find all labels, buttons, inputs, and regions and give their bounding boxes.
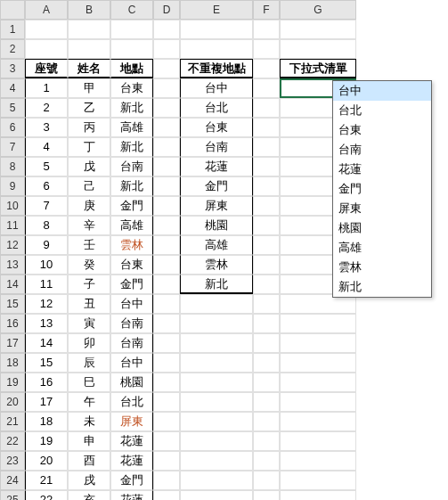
row-header-17[interactable]: 17: [0, 333, 25, 353]
cell-A1[interactable]: [25, 20, 68, 39]
cell-C19[interactable]: 桃園: [110, 373, 153, 392]
row-header-23[interactable]: 23: [0, 451, 25, 471]
cell-C12[interactable]: 雲林: [110, 235, 153, 255]
cell-G24[interactable]: [280, 471, 356, 490]
cell-E24[interactable]: [180, 471, 253, 490]
cell-G25[interactable]: [280, 490, 356, 500]
dropdown-item[interactable]: 屏東: [333, 199, 431, 218]
cell-E5[interactable]: 台北: [180, 98, 253, 118]
dropdown-item[interactable]: 桃園: [333, 218, 431, 238]
cell-B3[interactable]: 姓名: [68, 59, 110, 78]
cell-B7[interactable]: 丁: [68, 137, 110, 157]
cell-F8[interactable]: [253, 157, 280, 176]
cell-F19[interactable]: [253, 373, 280, 392]
row-header-15[interactable]: 15: [0, 294, 25, 314]
cell-E1[interactable]: [180, 20, 253, 39]
cell-F20[interactable]: [253, 392, 280, 412]
cell-D7[interactable]: [153, 137, 180, 157]
cell-G1[interactable]: [280, 20, 356, 39]
cell-A10[interactable]: 7: [25, 196, 68, 216]
row-header-18[interactable]: 18: [0, 353, 25, 373]
cell-A18[interactable]: 15: [25, 353, 68, 373]
cell-A23[interactable]: 20: [25, 451, 68, 471]
cell-D24[interactable]: [153, 471, 180, 490]
cell-C3[interactable]: 地點: [110, 59, 153, 78]
cell-E17[interactable]: [180, 333, 253, 353]
cell-B14[interactable]: 子: [68, 275, 110, 294]
dropdown-list[interactable]: 台中台北台東台南花蓮金門屏東桃園高雄雲林新北: [332, 80, 432, 298]
cell-G19[interactable]: [280, 373, 356, 392]
dropdown-item[interactable]: 台南: [333, 140, 431, 160]
cell-A25[interactable]: 22: [25, 490, 68, 500]
cell-F18[interactable]: [253, 353, 280, 373]
cell-E7[interactable]: 台南: [180, 137, 253, 157]
cell-E6[interactable]: 台東: [180, 118, 253, 137]
cell-A14[interactable]: 11: [25, 275, 68, 294]
row-header-3[interactable]: 3: [0, 59, 25, 78]
dropdown-item[interactable]: 新北: [333, 277, 431, 297]
cell-C24[interactable]: 金門: [110, 471, 153, 490]
cell-D17[interactable]: [153, 333, 180, 353]
row-header-2[interactable]: 2: [0, 39, 25, 59]
cell-C22[interactable]: 花蓮: [110, 431, 153, 451]
cell-D20[interactable]: [153, 392, 180, 412]
row-header-1[interactable]: 1: [0, 20, 25, 39]
cell-B12[interactable]: 壬: [68, 235, 110, 255]
cell-F1[interactable]: [253, 20, 280, 39]
cell-F9[interactable]: [253, 176, 280, 196]
cell-F16[interactable]: [253, 314, 280, 333]
cell-D15[interactable]: [153, 294, 180, 314]
cell-E15[interactable]: [180, 294, 253, 314]
cell-E11[interactable]: 桃園: [180, 216, 253, 235]
cell-D4[interactable]: [153, 78, 180, 98]
cell-C6[interactable]: 高雄: [110, 118, 153, 137]
column-header-E[interactable]: E: [180, 0, 253, 20]
cell-F6[interactable]: [253, 118, 280, 137]
row-header-9[interactable]: 9: [0, 176, 25, 196]
cell-E12[interactable]: 高雄: [180, 235, 253, 255]
cell-F25[interactable]: [253, 490, 280, 500]
row-header-4[interactable]: 4: [0, 78, 25, 98]
dropdown-item[interactable]: 金門: [333, 179, 431, 199]
cell-A6[interactable]: 3: [25, 118, 68, 137]
cell-F13[interactable]: [253, 255, 280, 275]
row-header-24[interactable]: 24: [0, 471, 25, 490]
cell-D8[interactable]: [153, 157, 180, 176]
cell-D10[interactable]: [153, 196, 180, 216]
cell-C8[interactable]: 台南: [110, 157, 153, 176]
row-header-19[interactable]: 19: [0, 373, 25, 392]
row-header-16[interactable]: 16: [0, 314, 25, 333]
cell-A22[interactable]: 19: [25, 431, 68, 451]
cell-A7[interactable]: 4: [25, 137, 68, 157]
cell-A16[interactable]: 13: [25, 314, 68, 333]
cell-G21[interactable]: [280, 412, 356, 431]
cell-C13[interactable]: 台東: [110, 255, 153, 275]
cell-B6[interactable]: 丙: [68, 118, 110, 137]
cell-D3[interactable]: [153, 59, 180, 78]
cell-F11[interactable]: [253, 216, 280, 235]
cell-D14[interactable]: [153, 275, 180, 294]
cell-C7[interactable]: 新北: [110, 137, 153, 157]
cell-F3[interactable]: [253, 59, 280, 78]
column-header-C[interactable]: C: [110, 0, 153, 20]
cell-B16[interactable]: 寅: [68, 314, 110, 333]
cell-F12[interactable]: [253, 235, 280, 255]
cell-C4[interactable]: 台東: [110, 78, 153, 98]
cell-F15[interactable]: [253, 294, 280, 314]
cell-B22[interactable]: 申: [68, 431, 110, 451]
cell-A11[interactable]: 8: [25, 216, 68, 235]
cell-G18[interactable]: [280, 353, 356, 373]
cell-E23[interactable]: [180, 451, 253, 471]
row-header-10[interactable]: 10: [0, 196, 25, 216]
cell-C20[interactable]: 台北: [110, 392, 153, 412]
dropdown-item[interactable]: 台北: [333, 101, 431, 120]
cell-F4[interactable]: [253, 78, 280, 98]
cell-C15[interactable]: 台中: [110, 294, 153, 314]
row-header-13[interactable]: 13: [0, 255, 25, 275]
row-header-20[interactable]: 20: [0, 392, 25, 412]
cell-E16[interactable]: [180, 314, 253, 333]
cell-B13[interactable]: 癸: [68, 255, 110, 275]
row-header-6[interactable]: 6: [0, 118, 25, 137]
cell-D2[interactable]: [153, 39, 180, 59]
cell-F10[interactable]: [253, 196, 280, 216]
